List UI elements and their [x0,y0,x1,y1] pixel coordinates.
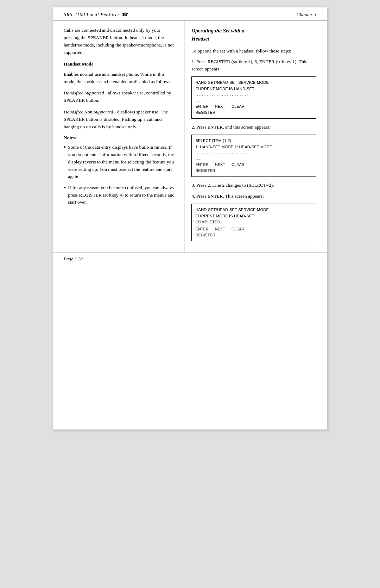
intro-paragraph: Calls are connected and disconnected onl… [64,27,177,56]
notes-heading: Notes: [64,134,177,142]
screen1-buttons: ENTER NEXT CLEAR [195,104,312,110]
section-heading-line2: Headset [191,36,209,42]
screen3-clear: CLEAR [232,226,245,232]
screen-box-1: HAND-SET/HEAD-SET SERVICE MODE CURRENT M… [191,76,316,119]
screen-box-2: SELECT ITEM (1-2) 1: HAND-SET MODE 2: HE… [191,135,316,177]
screen3-buttons: ENTER NEXT CLEAR [195,226,312,232]
bullet-text-2: If for any reason you become confused, y… [68,184,177,206]
screen3-next: NEXT [215,226,225,232]
left-column: Calls are connected and disconnected onl… [53,20,184,253]
handset-mode-text: Enables normal use as a handset phone. W… [64,71,177,86]
screen2-line2: 1: HAND-SET MODE 2: HEAD-SET MODE [195,144,312,150]
screen2-clear: CLEAR [232,162,245,168]
screen-box-3: HAND-SET/HEAD-SET SERVICE MODE CURRENT M… [191,204,316,241]
screen1-register: REGISTER [195,110,312,116]
screen3-register: REGISTER [195,232,312,238]
screen3-line3: COMPLETED [195,219,312,225]
screen1-enter: ENTER [195,104,208,110]
screen2-next: NEXT [215,162,225,168]
header-title: SRS-2100 Local Features [64,12,120,17]
screen1-clear: CLEAR [232,104,245,110]
screen2-buttons: ENTER NEXT CLEAR [195,162,312,168]
screen2-register: REGISTER [195,168,312,174]
screen2-dots2: .... [195,156,312,161]
bullet-item-1: • Some of the data entry displays have b… [64,144,177,181]
screen2-line1: SELECT ITEM (1-2) [195,138,312,144]
bullet-dot-1: • [64,144,66,151]
page-number: Page 3-20 [64,256,83,261]
header-chapter: Chapter 3 [297,12,316,18]
screen1-line2: CURRENT MODE IS HAND-SET [195,86,312,92]
step2-text: 2. Press ENTER, and this screen appears: [191,124,316,131]
screen3-line2: CURRENT MODE IS HEAD-SET [195,213,312,219]
main-content: Calls are connected and disconnected onl… [53,20,327,253]
handsfree-supported-italic: Handsfree Supported [64,90,104,95]
section-heading-line1: Operating the Set with a [191,28,244,33]
page: SRS-2100 Local Features ☎ Chapter 3 Call… [53,7,327,430]
handset-mode-heading: Handset Mode [64,61,177,68]
screen3-line1: HAND-SET/HEAD-SET SERVICE MODE [195,207,312,213]
section-heading: Operating the Set with a Headset [191,27,316,43]
intro-text: To operate the set with a headset, follo… [191,48,316,55]
step3-text: 3. Press 2. Line 2 changes to (SELECT=2)… [191,182,316,189]
page-header: SRS-2100 Local Features ☎ Chapter 3 [53,7,327,20]
screen1-line1: HAND-SET/HEAD-SET SERVICE MODE [195,80,312,86]
screen2-dots1: ................................ [195,150,312,155]
screen1-dots1: ................................ [195,92,312,97]
screen1-dots2: .... [195,98,312,103]
header-left: SRS-2100 Local Features ☎ [64,12,127,18]
screen1-next: NEXT [215,104,225,110]
step1-text: 1. Press REGISTER (softkey 4), 6, ENTER … [191,58,316,73]
page-footer: Page 3-20 [53,253,327,265]
handsfree-supported-para: Handsfree Supported - allows speaker use… [64,89,177,104]
screen3-enter: ENTER [195,226,208,232]
bullet-dot-2: • [64,184,66,192]
bullet-text-1: Some of the data entry displays have bui… [68,144,177,181]
handsfree-non-italic: Handsfree Non Supported [64,109,113,114]
right-column: Operating the Set with a Headset To oper… [184,20,327,253]
handsfree-non-para: Handsfree Non Supported - disallows spea… [64,109,177,131]
phone-icon: ☎ [121,12,128,17]
step4-text: 4. Press ENTER. This screen appears: [191,193,316,200]
screen2-enter: ENTER [195,162,208,168]
bullet-item-2: • If for any reason you become confused,… [64,184,177,206]
